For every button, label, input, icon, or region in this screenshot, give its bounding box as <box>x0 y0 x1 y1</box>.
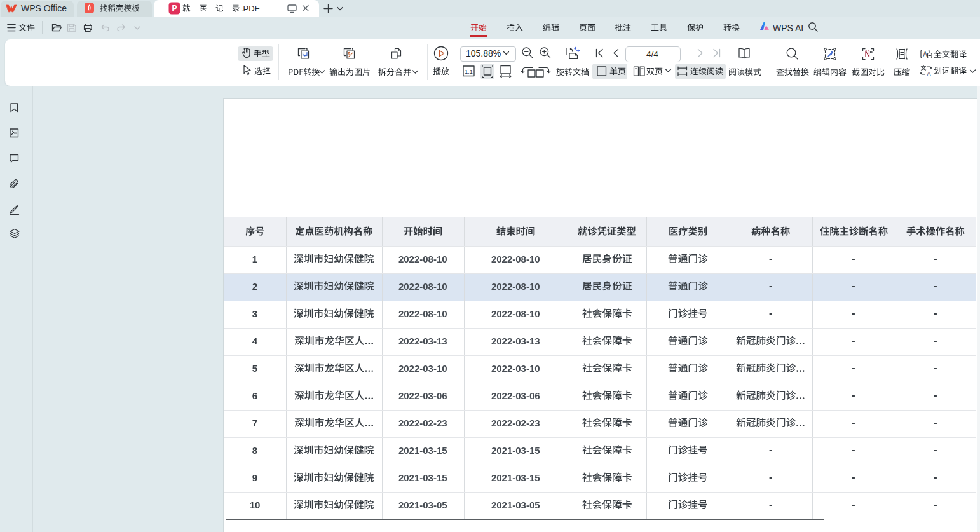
svg-text:A: A <box>927 71 930 76</box>
svg-text:1:1: 1:1 <box>465 69 473 75</box>
svg-text:P: P <box>172 4 177 13</box>
svg-text:A: A <box>923 51 927 58</box>
